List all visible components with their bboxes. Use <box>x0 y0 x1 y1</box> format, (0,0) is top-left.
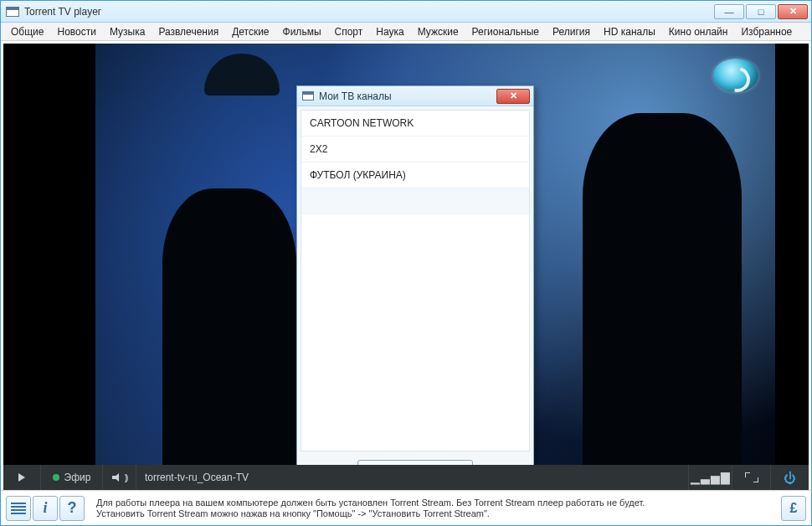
live-label: Эфир <box>64 472 91 483</box>
live-indicator[interactable]: Эфир <box>40 465 102 490</box>
status-line-1: Для работы плеера на вашем компьютере до… <box>96 498 769 508</box>
channel-list-item[interactable]: CARTOON NETWORK <box>301 111 529 137</box>
app-icon <box>6 7 19 17</box>
statusbar: i ? Для работы плеера на вашем компьютер… <box>1 490 811 525</box>
power-button[interactable]: ⏻ <box>770 465 809 490</box>
my-channels-dialog: Мои ТВ каналы ✕ CARTOON NETWORK2X2ФУТБОЛ… <box>296 85 534 465</box>
menu-item[interactable]: Наука <box>371 24 409 39</box>
stage-wrap: Мои ТВ каналы ✕ CARTOON NETWORK2X2ФУТБОЛ… <box>1 41 811 490</box>
dialog-titlebar: Мои ТВ каналы ✕ <box>297 86 533 106</box>
titlebar: Torrent TV player — □ ✕ <box>1 1 811 23</box>
menu-item[interactable]: Новости <box>52 24 100 39</box>
menu-item[interactable]: HD каналы <box>599 24 660 39</box>
menu-item[interactable]: Детские <box>227 24 274 39</box>
maximize-button[interactable]: □ <box>746 4 776 19</box>
delete-channel-button[interactable]: Удалить ТВ канал <box>357 460 473 465</box>
menu-item[interactable]: Развлечения <box>153 24 224 39</box>
signal-indicator: ▁▃▅▇ <box>688 465 732 490</box>
playlist-button[interactable] <box>6 496 31 521</box>
status-line-2: Установить Torrent Stream можно нажав на… <box>96 508 769 519</box>
window-title: Torrent TV player <box>24 6 101 18</box>
dialog-close-button[interactable]: ✕ <box>496 89 530 104</box>
menu-item[interactable]: Избранное <box>736 24 797 39</box>
dialog-app-icon <box>302 91 314 101</box>
stream-name-label: torrent-tv-ru_Ocean-TV <box>136 465 257 490</box>
info-button[interactable]: i <box>33 496 58 521</box>
app-window: Torrent TV player — □ ✕ ОбщиеНовостиМузы… <box>0 0 812 526</box>
video-stage[interactable]: Мои ТВ каналы ✕ CARTOON NETWORK2X2ФУТБОЛ… <box>3 44 809 465</box>
status-text: Для работы плеера на вашем компьютере до… <box>86 498 779 519</box>
dialog-footer: Удалить ТВ канал <box>297 455 533 465</box>
menu-item[interactable]: Мужские <box>413 24 464 39</box>
dialog-title: Мои ТВ каналы <box>319 90 392 102</box>
currency-button[interactable]: £ <box>781 496 806 521</box>
speaker-icon <box>112 473 122 482</box>
menu-item[interactable]: Региональные <box>467 24 544 39</box>
close-button[interactable]: ✕ <box>778 4 808 19</box>
menu-item[interactable]: Музыка <box>105 24 150 39</box>
live-dot-icon <box>53 474 59 481</box>
fullscreen-icon <box>745 472 758 482</box>
play-button[interactable] <box>3 465 40 490</box>
menu-item[interactable]: Общие <box>6 24 49 39</box>
channel-logo-icon <box>713 59 758 92</box>
menu-item[interactable]: Спорт <box>330 24 368 39</box>
minimize-button[interactable]: — <box>714 4 744 19</box>
dialog-channel-list[interactable]: CARTOON NETWORK2X2ФУТБОЛ (УКРАИНА) <box>301 110 530 451</box>
fullscreen-button[interactable] <box>732 465 770 490</box>
help-button[interactable]: ? <box>59 496 85 521</box>
volume-button[interactable]: )) <box>102 465 136 490</box>
menubar: ОбщиеНовостиМузыкаРазвлеченияДетскиеФиль… <box>1 23 811 41</box>
channel-list-item-empty <box>301 188 529 214</box>
player-controls: Эфир )) torrent-tv-ru_Ocean-TV ▁▃▅▇ ⏻ <box>3 465 809 490</box>
channel-list-item[interactable]: 2X2 <box>301 137 529 162</box>
menu-item[interactable]: Кино онлайн <box>664 24 733 39</box>
menu-item[interactable]: Фильмы <box>278 24 326 39</box>
menu-item[interactable]: Религия <box>547 24 595 39</box>
channel-list-item[interactable]: ФУТБОЛ (УКРАИНА) <box>301 162 529 188</box>
